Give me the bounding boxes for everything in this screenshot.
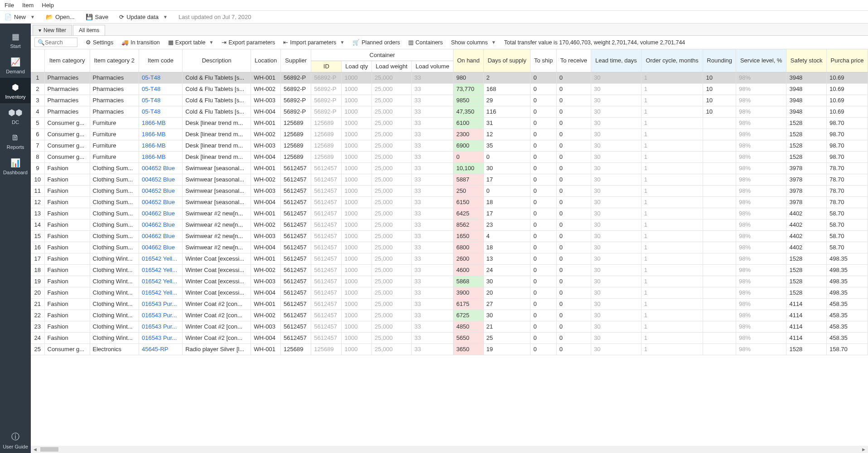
- cell-item-category[interactable]: Pharmacies: [44, 106, 90, 117]
- cell-load-weight[interactable]: 25,000: [371, 242, 411, 253]
- cell-location[interactable]: WH-003: [251, 321, 281, 332]
- cell-purchase-price[interactable]: 58.70: [826, 219, 868, 230]
- cell-order-cycle[interactable]: 1: [641, 230, 703, 242]
- cell-load-qty[interactable]: 1000: [342, 298, 371, 310]
- cell-order-cycle[interactable]: 1: [641, 219, 703, 230]
- cell-item-code[interactable]: 1866-MB: [139, 140, 182, 151]
- cell-lead-time[interactable]: 30: [591, 253, 641, 264]
- table-row[interactable]: 4PharmaciesPharmacies05-T48Cold & Flu Ta…: [31, 106, 868, 117]
- cell-lead-time[interactable]: 30: [591, 264, 641, 276]
- cell-container-id[interactable]: 5612457: [311, 264, 342, 276]
- cell-location[interactable]: WH-001: [251, 343, 281, 355]
- cell-order-cycle[interactable]: 1: [641, 140, 703, 151]
- col-to-ship[interactable]: To ship: [530, 49, 556, 72]
- table-row[interactable]: 2PharmaciesPharmacies05-T48Cold & Flu Ta…: [31, 83, 868, 95]
- cell-item-category[interactable]: Fashion: [44, 264, 90, 276]
- cell-purchase-price[interactable]: 498.35: [826, 287, 868, 298]
- cell-container-id[interactable]: 5612457: [311, 185, 342, 196]
- cell-lead-time[interactable]: 30: [591, 95, 641, 106]
- cell-purchase-price[interactable]: 498.35: [826, 264, 868, 276]
- cell-item-code[interactable]: 004662 Blue: [139, 219, 182, 230]
- cell-location[interactable]: WH-003: [251, 140, 281, 151]
- cell-lead-time[interactable]: 30: [591, 276, 641, 287]
- cell-rounding[interactable]: [703, 151, 736, 162]
- cell-to-receive[interactable]: 0: [556, 185, 591, 196]
- cell-description[interactable]: Winter Coat [excessi...: [183, 264, 251, 276]
- cell-days-supply[interactable]: 30: [483, 310, 530, 321]
- cell-description[interactable]: Swimwear #2 new[n...: [183, 242, 251, 253]
- cell-load-weight[interactable]: 25,000: [371, 219, 411, 230]
- col-load-volume[interactable]: Load volume: [411, 61, 453, 72]
- cell-to-receive[interactable]: 0: [556, 287, 591, 298]
- cell-service-level[interactable]: 98%: [736, 151, 786, 162]
- cell-item-category2[interactable]: Clothing Wint...: [90, 287, 139, 298]
- cell-item-category2[interactable]: Furniture: [90, 117, 139, 129]
- cell-to-receive[interactable]: 0: [556, 196, 591, 208]
- cell-lead-time[interactable]: 30: [591, 343, 641, 355]
- cell-load-volume[interactable]: 33: [411, 208, 453, 219]
- cell-container-id[interactable]: 5612457: [311, 208, 342, 219]
- cell-to-ship[interactable]: 0: [530, 95, 556, 106]
- settings-button[interactable]: ⚙Settings: [86, 39, 113, 46]
- cell-load-qty[interactable]: 1000: [342, 95, 371, 106]
- table-row[interactable]: 14FashionClothing Sum...004662 BlueSwimw…: [31, 219, 868, 230]
- cell-location[interactable]: WH-004: [251, 196, 281, 208]
- cell-load-weight[interactable]: 25,000: [371, 321, 411, 332]
- cell-safety-stock[interactable]: 4114: [786, 298, 827, 310]
- cell-description[interactable]: Swimwear [seasonal...: [183, 162, 251, 174]
- cell-item-category[interactable]: Pharmacies: [44, 83, 90, 95]
- cell-load-volume[interactable]: 33: [411, 343, 453, 355]
- cell-container-id[interactable]: 56892-P: [311, 106, 342, 117]
- cell-days-supply[interactable]: 0: [483, 151, 530, 162]
- cell-order-cycle[interactable]: 1: [641, 162, 703, 174]
- cell-to-ship[interactable]: 0: [530, 174, 556, 185]
- cell-supplier[interactable]: 56892-P: [281, 72, 311, 83]
- cell-load-weight[interactable]: 25,000: [371, 185, 411, 196]
- scroll-thumb[interactable]: [40, 447, 58, 452]
- col-lead-time[interactable]: Lead time, days: [591, 49, 641, 72]
- cell-rounding[interactable]: 10: [703, 72, 736, 83]
- cell-purchase-price[interactable]: 10.69: [826, 106, 868, 117]
- cell-on-hand[interactable]: 3900: [453, 287, 483, 298]
- cell-supplier[interactable]: 5612457: [281, 310, 311, 321]
- cell-container-id[interactable]: 5612457: [311, 230, 342, 242]
- cell-to-ship[interactable]: 0: [530, 185, 556, 196]
- cell-service-level[interactable]: 98%: [736, 106, 786, 117]
- cell-to-ship[interactable]: 0: [530, 140, 556, 151]
- cell-rounding[interactable]: [703, 253, 736, 264]
- cell-location[interactable]: WH-004: [251, 106, 281, 117]
- cell-load-qty[interactable]: 1000: [342, 106, 371, 117]
- cell-load-weight[interactable]: 25,000: [371, 117, 411, 129]
- cell-load-weight[interactable]: 25,000: [371, 298, 411, 310]
- cell-purchase-price[interactable]: 498.35: [826, 253, 868, 264]
- cell-item-code[interactable]: 016542 Yell...: [139, 264, 182, 276]
- cell-container-id[interactable]: 5612457: [311, 276, 342, 287]
- cell-supplier[interactable]: 125689: [281, 140, 311, 151]
- cell-load-weight[interactable]: 25,000: [371, 264, 411, 276]
- table-row[interactable]: 23FashionClothing Wint...016543 Pur...Wi…: [31, 321, 868, 332]
- cell-item-category[interactable]: Consumer g...: [44, 343, 90, 355]
- cell-to-receive[interactable]: 0: [556, 162, 591, 174]
- cell-item-code[interactable]: 016543 Pur...: [139, 332, 182, 343]
- cell-service-level[interactable]: 98%: [736, 253, 786, 264]
- cell-days-supply[interactable]: 29: [483, 95, 530, 106]
- table-row[interactable]: 9FashionClothing Sum...004652 BlueSwimwe…: [31, 162, 868, 174]
- cell-lead-time[interactable]: 30: [591, 230, 641, 242]
- cell-item-code[interactable]: 016542 Yell...: [139, 276, 182, 287]
- cell-on-hand[interactable]: 9850: [453, 95, 483, 106]
- cell-load-volume[interactable]: 33: [411, 219, 453, 230]
- cell-item-code[interactable]: 05-T48: [139, 72, 182, 83]
- cell-location[interactable]: WH-002: [251, 264, 281, 276]
- cell-order-cycle[interactable]: 1: [641, 253, 703, 264]
- cell-description[interactable]: Winter Coat [excessi...: [183, 253, 251, 264]
- cell-lead-time[interactable]: 30: [591, 208, 641, 219]
- cell-to-ship[interactable]: 0: [530, 230, 556, 242]
- cell-safety-stock[interactable]: 4114: [786, 321, 827, 332]
- row-number[interactable]: 1: [31, 72, 44, 83]
- cell-safety-stock[interactable]: 4402: [786, 230, 827, 242]
- cell-load-weight[interactable]: 25,000: [371, 208, 411, 219]
- cell-to-ship[interactable]: 0: [530, 129, 556, 140]
- cell-location[interactable]: WH-001: [251, 298, 281, 310]
- cell-location[interactable]: WH-004: [251, 287, 281, 298]
- cell-to-ship[interactable]: 0: [530, 83, 556, 95]
